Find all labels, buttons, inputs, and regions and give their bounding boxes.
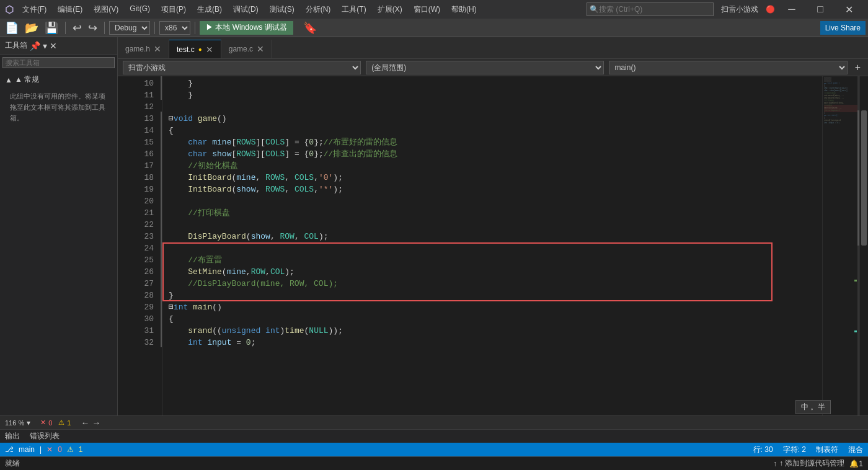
live-share-button[interactable]: Live Share	[820, 21, 866, 35]
code-line-29: ⊟int main()	[169, 301, 822, 313]
sidebar-search-input[interactable]	[2, 57, 115, 68]
redo-button[interactable]: ↪	[86, 20, 100, 35]
bookmark-button[interactable]: 🔖	[301, 20, 319, 35]
scope-dropdown[interactable]: (全局范围)	[366, 61, 604, 74]
run-button[interactable]: ▶ 本地 Windows 调试器	[200, 21, 293, 35]
line-numbers: 10 11 12 13 14 15 16 17 18 19 20 21 22 2…	[128, 76, 159, 415]
function-dropdown[interactable]: main()	[609, 61, 847, 74]
notification-count: 1	[859, 459, 863, 468]
git-branch: main	[19, 445, 35, 454]
vs-icon: ⬡	[5, 4, 14, 16]
sidebar-search-area	[0, 55, 117, 71]
toolbar-undo-group: ↩ ↪	[70, 20, 100, 35]
error-count: 0	[48, 419, 52, 427]
error-status-count: 0	[58, 445, 62, 454]
menu-file[interactable]: 文件(F)	[17, 3, 51, 16]
code-line-26: SetMine(mine,ROW,COL);	[169, 266, 822, 278]
menu-analyze[interactable]: 分析(N)	[301, 3, 336, 16]
toolbar-separator-4	[195, 22, 195, 34]
sidebar-section-header[interactable]: ▲ ▲ 常规	[5, 73, 112, 86]
line-num-16: 16	[128, 148, 154, 160]
line-num-12: 12	[128, 101, 154, 113]
code-line-10: }	[169, 78, 822, 89]
sidebar-menu-button[interactable]: ▾	[43, 41, 47, 51]
tab-game-c[interactable]: game.c ✕	[221, 40, 272, 58]
save-button[interactable]: 💾	[42, 20, 61, 35]
tab-test-c[interactable]: test.c ● ✕	[169, 40, 221, 58]
code-editor[interactable]: 10 11 12 13 14 15 16 17 18 19 20 21 22 2…	[118, 76, 868, 415]
warning-status-icon: ⚠	[67, 445, 74, 454]
menu-build[interactable]: 生成(B)	[192, 3, 227, 16]
search-input[interactable]	[599, 5, 711, 14]
tab-close-game-h[interactable]: ✕	[154, 44, 161, 54]
sidebar-close-button[interactable]: ✕	[50, 41, 57, 51]
undo-button[interactable]: ↩	[70, 20, 84, 35]
tab-close-game-c[interactable]: ✕	[257, 44, 264, 54]
toolbar-extra-group: 🔖	[301, 20, 319, 35]
nav-arrows: ← →	[81, 418, 100, 428]
code-line-11: }	[169, 89, 822, 101]
menu-git[interactable]: Git(G)	[125, 3, 155, 16]
code-content[interactable]: } } ⊟void game() { char mi	[162, 76, 822, 415]
zoom-decrease-button[interactable]: ▾	[27, 419, 30, 427]
tab-game-h[interactable]: game.h ✕	[118, 40, 169, 58]
menu-debug[interactable]: 调试(D)	[228, 3, 264, 16]
line-num-14: 14	[128, 125, 154, 136]
new-file-button[interactable]: 📄	[2, 20, 21, 35]
source-control-button[interactable]: ↑ ↑ 添加到源代码管理	[773, 458, 844, 469]
line-num-25: 25	[128, 254, 154, 266]
output-tab[interactable]: 输出	[5, 431, 20, 441]
nav-back-button[interactable]: ←	[81, 418, 89, 428]
project-dropdown[interactable]: 扫雷小游戏	[123, 61, 361, 74]
window-controls: ─ □ ✕	[777, 0, 863, 19]
status-bar: ⎇ main | ✕ 0 ⚠ 1 行: 30 字符: 2 制表符 混合	[0, 443, 868, 456]
toolbar-separator-2	[104, 22, 105, 34]
menu-extensions[interactable]: 扩展(X)	[373, 3, 407, 16]
code-line-31: srand((unsigned int)time(NULL));	[169, 325, 822, 337]
menu-view[interactable]: 视图(V)	[89, 3, 123, 16]
vertical-scrollbar[interactable]	[859, 76, 868, 415]
code-line-17: //初始化棋盘	[169, 160, 822, 172]
notification-icon[interactable]: 🔔	[849, 459, 859, 468]
nav-forward-button[interactable]: →	[92, 418, 100, 428]
status-right: 行: 30 字符: 2 制表符 混合	[753, 445, 863, 455]
line-num-27: 27	[128, 278, 154, 290]
source-control-label: ↑ 添加到源代码管理	[779, 458, 844, 469]
close-button[interactable]: ✕	[835, 0, 863, 19]
bottom-bar: 116 % ▾ ✕ 0 ⚠ 1 ← →	[0, 415, 868, 429]
menu-tools[interactable]: 工具(T)	[337, 3, 371, 16]
breakpoint-gutter	[118, 76, 128, 415]
pin-button[interactable]: 📌	[30, 41, 40, 51]
warning-status-count: 1	[79, 445, 83, 454]
toolbar-separator-3	[154, 22, 155, 34]
platform-dropdown[interactable]: x86	[159, 21, 190, 35]
menu-window[interactable]: 窗口(W)	[409, 3, 445, 16]
line-num-22: 22	[128, 219, 154, 231]
add-tab-button[interactable]: +	[852, 62, 863, 73]
global-search[interactable]: 🔍	[587, 2, 714, 16]
open-button[interactable]: 📂	[22, 20, 41, 35]
maximize-button[interactable]: □	[806, 0, 835, 19]
minimap: ⬛⬛⬛ ⬛⬛⬛ ▬▬ void game() { char mine[ROWS]…	[822, 76, 859, 415]
menu-project[interactable]: 项目(P)	[156, 3, 191, 16]
error-icon: ✕	[40, 419, 46, 427]
error-status-icon: ✕	[46, 445, 53, 454]
tab-name-test-c: test.c	[177, 45, 195, 54]
menu-edit[interactable]: 编辑(E)	[53, 3, 87, 16]
tab-close-test-c[interactable]: ✕	[206, 45, 213, 55]
code-line-16: char show[ROWS][COLS] = {0};//排查出的雷的信息	[169, 148, 822, 160]
menu-help[interactable]: 帮助(H)	[446, 3, 482, 16]
sidebar: 工具箱 📌 ▾ ✕ ▲ ▲ 常规 此组中没有可用的控件。将某项拖至此文本框可将其…	[0, 37, 118, 415]
error-list-tab[interactable]: 错误列表	[30, 431, 60, 441]
upload-icon: ↑	[773, 459, 777, 468]
section-title: ▲ 常规	[15, 74, 39, 85]
code-line-21: //打印棋盘	[169, 207, 822, 219]
line-num-26: 26	[128, 266, 154, 278]
line-num-30: 30	[128, 313, 154, 325]
content-area: game.h ✕ test.c ● ✕ game.c ✕ 扫雷小游戏 (全局范围…	[118, 37, 868, 415]
menu-test[interactable]: 测试(S)	[265, 3, 299, 16]
config-dropdown[interactable]: Debug	[109, 21, 150, 35]
zoom-control: 116 % ▾	[5, 419, 30, 427]
minimize-button[interactable]: ─	[777, 0, 806, 19]
sidebar-section-content: 此组中没有可用的控件。将某项拖至此文本框可将其添加到工具箱。	[5, 86, 112, 129]
